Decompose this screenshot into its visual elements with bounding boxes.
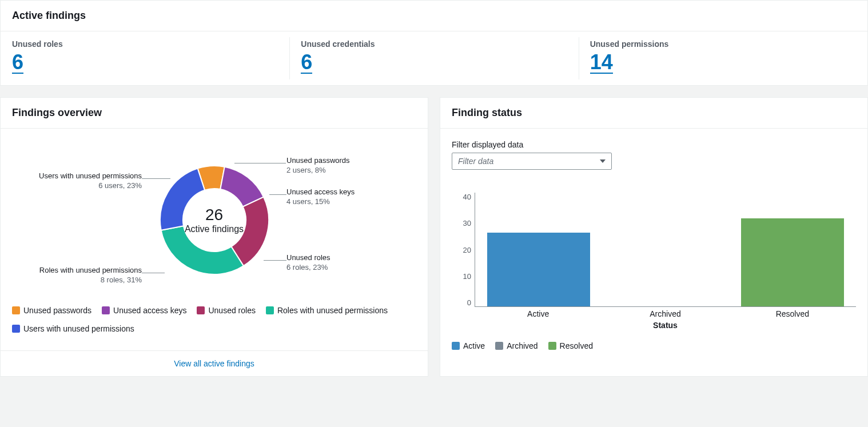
callout-unused-access-keys: Unused access keys 4 users, 15%: [286, 187, 355, 207]
legend-swatch: [452, 342, 460, 350]
bar-chart: 403020100 ActiveArchivedResolved Status: [452, 193, 856, 330]
y-tick: 30: [452, 219, 471, 228]
findings-overview-title: Findings overview: [12, 107, 416, 119]
donut-center: 26 Active findings: [185, 206, 244, 234]
metric-unused-permissions: Unused permissions 14: [579, 31, 867, 85]
donut-chart: 26 Active findings Unused passwords 2 us…: [12, 140, 416, 300]
findings-overview-header: Findings overview: [1, 98, 428, 129]
legend-label: Users with unused permissions: [23, 324, 134, 333]
filter-placeholder: Filter data: [458, 157, 493, 166]
metric-unused-roles: Unused roles 6: [1, 31, 289, 85]
legend-label: Unused access keys: [113, 306, 186, 315]
metric-label: Unused roles: [12, 39, 278, 49]
x-label: Resolved: [729, 309, 856, 318]
metric-label: Unused permissions: [590, 39, 856, 49]
status-legend: ActiveArchivedResolved: [452, 330, 856, 350]
y-tick: 10: [452, 272, 471, 281]
legend-label: Archived: [507, 341, 537, 350]
y-tick: 40: [452, 193, 471, 201]
legend-label: Roles with unused permissions: [277, 306, 388, 315]
legend-swatch: [12, 325, 20, 333]
filter-label: Filter displayed data: [452, 140, 856, 149]
bar[interactable]: [487, 233, 590, 306]
y-tick: 0: [452, 298, 471, 307]
active-findings-title: Active findings: [12, 10, 856, 22]
metric-label: Unused credentials: [301, 39, 567, 49]
overview-legend: Unused passwordsUnused access keysUnused…: [12, 300, 416, 339]
x-label: Archived: [602, 309, 728, 318]
legend-item[interactable]: Archived: [495, 341, 537, 350]
donut-center-label: Active findings: [185, 224, 244, 234]
x-axis-labels: ActiveArchivedResolved: [475, 309, 856, 318]
donut-center-value: 26: [185, 206, 244, 224]
legend-label: Unused passwords: [23, 306, 91, 315]
legend-swatch: [102, 306, 110, 314]
y-axis: 403020100: [452, 193, 475, 307]
x-axis-title: Status: [475, 321, 856, 330]
metric-value-link[interactable]: 6: [12, 52, 23, 74]
active-findings-metrics: Unused roles 6 Unused credentials 6 Unus…: [1, 31, 867, 85]
legend-swatch: [12, 306, 20, 314]
metric-value-link[interactable]: 14: [590, 52, 613, 74]
legend-item[interactable]: Unused roles: [197, 306, 256, 315]
metric-unused-credentials: Unused credentials 6: [289, 31, 578, 85]
chevron-down-icon: [600, 159, 606, 163]
legend-swatch: [266, 306, 274, 314]
legend-item[interactable]: Active: [452, 341, 485, 350]
plot-area: [475, 193, 856, 307]
callout-unused-passwords: Unused passwords 2 users, 8%: [286, 156, 350, 175]
legend-swatch: [548, 342, 556, 350]
legend-item[interactable]: Users with unused permissions: [12, 324, 134, 333]
y-tick: 20: [452, 246, 471, 254]
callout-users-unused-permissions: Users with unused permissions 6 users, 2…: [39, 171, 142, 191]
view-all-link[interactable]: View all active findings: [174, 359, 254, 368]
x-label: Active: [475, 309, 602, 318]
finding-status-header: Finding status: [440, 98, 867, 129]
legend-label: Resolved: [560, 341, 593, 350]
active-findings-header: Active findings: [1, 1, 867, 31]
legend-item[interactable]: Unused access keys: [102, 306, 186, 315]
findings-overview-panel: Findings overview 26 Active findings Unu…: [0, 97, 428, 377]
finding-status-title: Finding status: [452, 107, 856, 119]
legend-item[interactable]: Resolved: [548, 341, 593, 350]
legend-swatch: [197, 306, 205, 314]
callout-roles-unused-permissions: Roles with unused permissions 8 roles, 3…: [39, 266, 142, 285]
finding-status-panel: Finding status Filter displayed data Fil…: [440, 97, 868, 377]
legend-swatch: [495, 342, 503, 350]
view-all-container: View all active findings: [1, 350, 428, 376]
legend-item[interactable]: Unused passwords: [12, 306, 91, 315]
metric-value-link[interactable]: 6: [301, 52, 312, 74]
callout-unused-roles: Unused roles 6 roles, 23%: [286, 253, 331, 273]
legend-label: Active: [463, 341, 485, 350]
legend-label: Unused roles: [208, 306, 256, 315]
legend-item[interactable]: Roles with unused permissions: [266, 306, 388, 315]
filter-select[interactable]: Filter data: [452, 153, 612, 170]
bar[interactable]: [741, 218, 844, 306]
active-findings-panel: Active findings Unused roles 6 Unused cr…: [0, 0, 868, 86]
